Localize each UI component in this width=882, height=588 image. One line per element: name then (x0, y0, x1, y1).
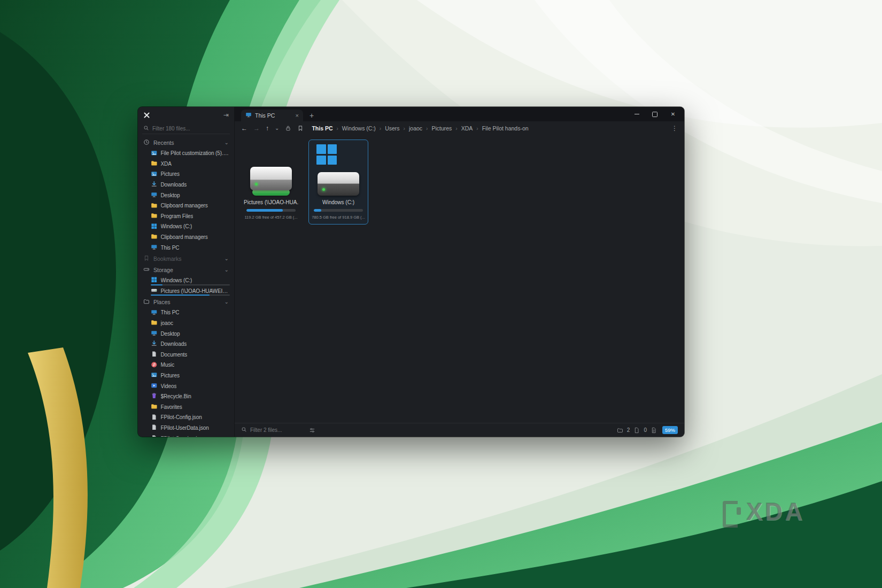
breadcrumb-item-pictures[interactable]: Pictures (431, 125, 452, 131)
sidebar-item-windows-c[interactable]: Windows (C:) (138, 275, 234, 286)
sidebar-item-label: Clipboard managers (161, 203, 208, 208)
section-label: Places (153, 299, 171, 305)
sidebar-item-fpilot-userdata-json[interactable]: FPilot-UserData.json (138, 423, 234, 434)
sidebar-item-downloads[interactable]: Downloads (138, 339, 234, 350)
close-tab-icon[interactable]: × (296, 113, 299, 119)
breadcrumb-item-windows-c[interactable]: Windows (C:) (342, 125, 376, 131)
breadcrumb-separator: › (336, 126, 338, 131)
sidebar-item-label: This PC (161, 310, 180, 315)
sidebar-item-xda[interactable]: XDA (138, 159, 234, 169)
folder-icon (151, 202, 158, 210)
doc-icon (151, 435, 158, 437)
breadcrumb-separator: › (404, 126, 405, 131)
file-count: 0 (644, 427, 647, 433)
zoom-badge[interactable]: 59% (662, 426, 678, 434)
sidebar-item-favorites[interactable]: Favorites (138, 401, 234, 412)
drive-name: Windows (C:) (322, 199, 354, 205)
breadcrumb-item-xda[interactable]: XDA (461, 125, 473, 131)
drive-caption: 119.2 GB free of 457.2 GB (... (244, 215, 297, 220)
doc-icon (151, 424, 158, 432)
sidebar-item-desktop[interactable]: Desktop (138, 328, 234, 339)
sidebar-item-this-pc[interactable]: This PC (138, 242, 234, 253)
minimize-button[interactable] (628, 107, 646, 121)
sidebar-item-label: Pictures (\\JOAO-HUAWEIXPRO) ... (161, 288, 230, 294)
close-button[interactable]: ✕ (664, 107, 682, 121)
menu-kebab-icon[interactable]: ⋮ (671, 125, 678, 132)
new-tab-button[interactable]: + (310, 112, 314, 119)
drive-name: Pictures (\\JOAO-HUA... (244, 199, 298, 205)
drive-tile-pictures-joao-hua[interactable]: Pictures (\\JOAO-HUA...119.2 GB free of … (241, 140, 301, 225)
section-header-storage[interactable]: Storage⌄ (138, 265, 234, 275)
download-icon (151, 181, 158, 189)
drive-art (243, 143, 299, 196)
breadcrumb-item-joaoc[interactable]: joaoc (409, 125, 422, 131)
drive-caption: 780.5 GB free of 918.9 GB (... (312, 215, 365, 220)
section-header-recents[interactable]: Recents⌄ (138, 137, 234, 148)
breadcrumb-separator: › (380, 126, 381, 131)
breadcrumb: This PC›Windows (C:)›Users›joaoc›Picture… (312, 125, 528, 131)
sidebar-item-fpilot-session-json[interactable]: FPilot-Session.json (138, 433, 234, 437)
breadcrumb-item-file-pilot-hands-on[interactable]: File Pilot hands-on (482, 125, 529, 131)
image-icon (151, 372, 158, 380)
sidebar-item-label: Downloads (161, 182, 187, 188)
file-count-icon (633, 427, 640, 434)
sidebar-item-label: joaoc (161, 320, 173, 326)
sidebar-item-this-pc[interactable]: This PC (138, 307, 234, 318)
up-button[interactable]: ↑ (266, 125, 269, 131)
drive-icon (250, 167, 292, 190)
sidebar-item-pictures-joao-huaweixpro[interactable]: Pictures (\\JOAO-HUAWEIXPRO) ... (138, 286, 234, 297)
sidebar-item-file-pilot-customization-5-png[interactable]: File Pilot customization (5).png (138, 148, 234, 159)
sidebar-item-label: Clipboard managers (161, 234, 208, 240)
toolbar: ← → ↑ ⌄ This PC›Windows (C:)›Users›joaoc… (235, 121, 684, 135)
sidebar-item-music[interactable]: Music (138, 360, 234, 370)
sidebar-item-label: FPilot-UserData.json (161, 425, 209, 431)
drive-icon (151, 287, 158, 295)
filter-settings-icon[interactable] (309, 427, 315, 434)
sidebar-item-downloads[interactable]: Downloads (138, 180, 234, 190)
doc-icon (151, 414, 158, 422)
file-pilot-window: ⇥ Filter 180 files... Recents⌄File Pilot… (138, 107, 684, 437)
recycle-icon (151, 392, 158, 400)
collapse-sidebar-icon[interactable]: ⇥ (223, 111, 229, 119)
sidebar-item-joaoc[interactable]: joaoc (138, 318, 234, 329)
tab-bar: This PC × + ✕ (235, 107, 684, 121)
sidebar-sections: Recents⌄File Pilot customization (5).png… (138, 135, 234, 437)
lock-icon[interactable] (285, 125, 291, 131)
status-filter-input[interactable]: Filter 2 files... (241, 427, 304, 434)
sidebar-item-label: Music (161, 362, 175, 368)
sidebar-item-label: Desktop (161, 331, 180, 337)
sidebar-item-recycle-bin[interactable]: $Recycle.Bin (138, 391, 234, 402)
breadcrumb-item-users[interactable]: Users (385, 125, 399, 131)
details-icon[interactable] (651, 427, 657, 434)
sidebar-item-fpilot-config-json[interactable]: FPilot-Config.json (138, 412, 234, 423)
folder-icon (151, 319, 158, 327)
sidebar-item-label: Program Files (161, 213, 194, 219)
windows-icon (151, 276, 158, 284)
maximize-button[interactable] (646, 107, 664, 121)
sidebar-filter-input[interactable]: Filter 180 files... (142, 123, 230, 134)
forward-button[interactable]: → (253, 125, 260, 131)
sidebar-item-desktop[interactable]: Desktop (138, 190, 234, 200)
sidebar-item-clipboard-managers[interactable]: Clipboard managers (138, 200, 234, 211)
windows-icon (151, 223, 158, 231)
back-button[interactable]: ← (241, 125, 247, 131)
sidebar-item-program-files[interactable]: Program Files (138, 211, 234, 222)
tab-this-pc[interactable]: This PC × (241, 110, 303, 121)
drive-tile-windows-c[interactable]: Windows (C:)780.5 GB free of 918.9 GB (.… (308, 140, 368, 225)
folder-icon (151, 233, 158, 241)
sidebar-item-pictures[interactable]: Pictures (138, 169, 234, 180)
sidebar-item-documents[interactable]: Documents (138, 350, 234, 360)
drive-art (310, 143, 367, 196)
drive-usage-bar (246, 209, 296, 212)
monitor-icon (151, 244, 158, 252)
sidebar-item-label: Pictures (161, 373, 180, 378)
sidebar-item-pictures[interactable]: Pictures (138, 370, 234, 381)
bookmark-icon[interactable] (297, 125, 304, 131)
section-header-places[interactable]: Places⌄ (138, 297, 234, 307)
section-header-bookmarks[interactable]: Bookmarks⌄ (138, 253, 234, 264)
breadcrumb-item-this-pc[interactable]: This PC (312, 125, 332, 131)
sidebar-item-videos[interactable]: Videos (138, 381, 234, 391)
history-dropdown-icon[interactable]: ⌄ (275, 126, 279, 131)
sidebar-item-clipboard-managers[interactable]: Clipboard managers (138, 232, 234, 243)
sidebar-item-windows-c[interactable]: Windows (C:) (138, 221, 234, 232)
